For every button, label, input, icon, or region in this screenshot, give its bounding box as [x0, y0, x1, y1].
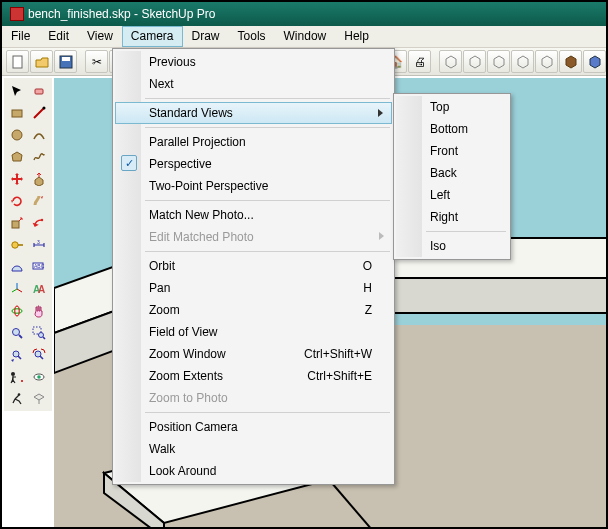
view-bottom[interactable]: Bottom: [396, 118, 508, 140]
tool-move[interactable]: [6, 168, 27, 189]
tool-pan[interactable]: [28, 300, 49, 321]
svg-rect-15: [12, 221, 19, 228]
separator: [145, 200, 390, 201]
svg-point-24: [14, 306, 18, 316]
camera-twopoint[interactable]: Two-Point Perspective: [115, 175, 392, 197]
submenu-arrow-icon: [379, 232, 384, 240]
svg-point-17: [11, 241, 17, 247]
svg-point-33: [37, 375, 41, 379]
tool-text[interactable]: ABC: [28, 256, 49, 277]
tool-prev[interactable]: [6, 344, 27, 365]
camera-orbit[interactable]: OrbitO: [115, 255, 392, 277]
tb-view-right[interactable]: [511, 50, 534, 73]
tool-scale[interactable]: [6, 212, 27, 233]
tool-zoomextents[interactable]: [28, 344, 49, 365]
tool-rotate[interactable]: [6, 190, 27, 211]
svg-rect-10: [35, 89, 43, 94]
svg-point-13: [12, 130, 22, 140]
menu-draw[interactable]: Draw: [183, 26, 229, 47]
tool-followme[interactable]: [28, 190, 49, 211]
svg-rect-2: [62, 57, 70, 61]
menu-help[interactable]: Help: [335, 26, 378, 47]
separator: [145, 251, 390, 252]
menu-file[interactable]: File: [2, 26, 39, 47]
tb-view-top[interactable]: [463, 50, 486, 73]
tool-circle[interactable]: [6, 124, 27, 145]
tb-view-x[interactable]: [583, 50, 606, 73]
tool-axes[interactable]: [6, 278, 27, 299]
camera-fov[interactable]: Field of View: [115, 321, 392, 343]
camera-previous[interactable]: Previous: [115, 51, 392, 73]
svg-rect-11: [12, 110, 22, 117]
svg-point-16: [40, 218, 42, 220]
tb-cut[interactable]: ✂: [85, 50, 108, 73]
tool-eraser[interactable]: [28, 80, 49, 101]
tool-palette: 3 ABC AA: [4, 78, 52, 411]
view-top[interactable]: Top: [396, 96, 508, 118]
menu-bar: File Edit View Camera Draw Tools Window …: [2, 26, 606, 48]
menu-camera[interactable]: Camera: [122, 26, 183, 47]
tool-select[interactable]: [6, 80, 27, 101]
camera-position-camera[interactable]: Position Camera: [115, 416, 392, 438]
tb-view-back[interactable]: [535, 50, 558, 73]
camera-dropdown: Previous Next Standard Views Parallel Pr…: [112, 48, 395, 485]
menu-view[interactable]: View: [78, 26, 122, 47]
standard-views-submenu: Top Bottom Front Back Left Right Iso: [393, 93, 511, 260]
separator: [145, 98, 390, 99]
camera-zoom-extents[interactable]: Zoom ExtentsCtrl+Shift+E: [115, 365, 392, 387]
tool-dimension[interactable]: 3: [28, 234, 49, 255]
tool-protractor[interactable]: [6, 256, 27, 277]
submenu-arrow-icon: [378, 109, 383, 117]
menu-edit[interactable]: Edit: [39, 26, 78, 47]
view-left[interactable]: Left: [396, 184, 508, 206]
tool-position-camera[interactable]: [6, 366, 27, 387]
tool-line[interactable]: [28, 102, 49, 123]
tool-offset[interactable]: [28, 212, 49, 233]
camera-match-new-photo[interactable]: Match New Photo...: [115, 204, 392, 226]
camera-next[interactable]: Next: [115, 73, 392, 95]
camera-zoom-window[interactable]: Zoom WindowCtrl+Shift+W: [115, 343, 392, 365]
tool-tape[interactable]: [6, 234, 27, 255]
tool-freehand[interactable]: [28, 146, 49, 167]
menu-tools[interactable]: Tools: [229, 26, 275, 47]
view-iso[interactable]: Iso: [396, 235, 508, 257]
tool-polygon[interactable]: [6, 146, 27, 167]
svg-point-34: [17, 393, 20, 396]
title-bar: bench_finished.skp - SketchUp Pro: [2, 2, 606, 26]
tool-walk[interactable]: [6, 388, 27, 409]
tool-rectangle[interactable]: [6, 102, 27, 123]
tool-lookaround[interactable]: [28, 366, 49, 387]
camera-perspective[interactable]: ✓Perspective: [115, 153, 392, 175]
camera-edit-matched-photo: Edit Matched Photo: [115, 226, 392, 248]
view-front[interactable]: Front: [396, 140, 508, 162]
view-right[interactable]: Right: [396, 206, 508, 228]
tool-pushpull[interactable]: [28, 168, 49, 189]
camera-zoom-to-photo: Zoom to Photo: [115, 387, 392, 409]
svg-point-12: [42, 106, 45, 109]
camera-standard-views[interactable]: Standard Views: [115, 102, 392, 124]
tool-orbit[interactable]: [6, 300, 27, 321]
app-icon: [10, 7, 24, 21]
tool-zoom[interactable]: [6, 322, 27, 343]
tb-view-left[interactable]: [559, 50, 582, 73]
tool-3dtext[interactable]: AA: [28, 278, 49, 299]
tool-arc[interactable]: [28, 124, 49, 145]
camera-pan[interactable]: PanH: [115, 277, 392, 299]
view-back[interactable]: Back: [396, 162, 508, 184]
tb-view-iso[interactable]: [439, 50, 462, 73]
tb-view-front[interactable]: [487, 50, 510, 73]
menu-window[interactable]: Window: [275, 26, 336, 47]
camera-look-around[interactable]: Look Around: [115, 460, 392, 482]
tool-section[interactable]: [28, 388, 49, 409]
svg-point-31: [21, 380, 23, 382]
svg-point-27: [38, 332, 43, 337]
tb-new[interactable]: [6, 50, 29, 73]
camera-zoom[interactable]: ZoomZ: [115, 299, 392, 321]
camera-parallel[interactable]: Parallel Projection: [115, 131, 392, 153]
tb-save[interactable]: [54, 50, 77, 73]
separator: [145, 412, 390, 413]
tool-zoomwindow[interactable]: [28, 322, 49, 343]
tb-print[interactable]: 🖨: [408, 50, 431, 73]
camera-walk[interactable]: Walk: [115, 438, 392, 460]
tb-open[interactable]: [30, 50, 53, 73]
